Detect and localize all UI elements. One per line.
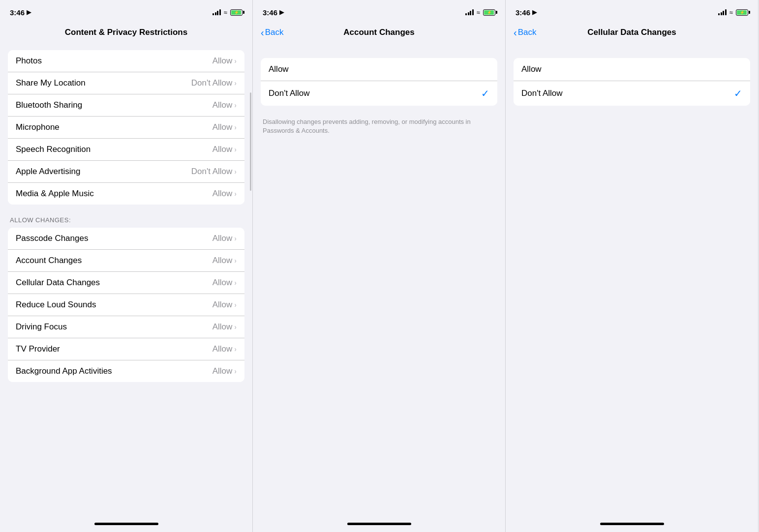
list-item-label: Photos [16, 56, 42, 66]
content-1[interactable]: Photos Allow › Share My Location Don't A… [0, 43, 252, 515]
chevron-icon: › [234, 79, 237, 87]
signal-bar-2 [721, 12, 722, 15]
selection-label: Allow [269, 64, 289, 74]
list-item-right: Allow › [213, 100, 237, 110]
screen-account-changes: 3:46 ▶ ≈ ⚡ ‹ Back Account Changes [253, 0, 506, 532]
signal-bar-1 [465, 13, 467, 15]
list-item-photos[interactable]: Photos Allow › [8, 50, 244, 72]
location-icon-2: ▶ [279, 9, 284, 16]
chevron-icon: › [234, 279, 237, 287]
chevron-icon: › [234, 367, 237, 375]
chevron-icon: › [234, 323, 237, 331]
signal-bar-1 [213, 13, 214, 15]
signal-bars-3 [718, 9, 727, 15]
list-item-label: Account Changes [16, 256, 82, 266]
chevron-icon: › [234, 168, 237, 176]
selection-label: Allow [521, 64, 542, 74]
list-item-right: Don't Allow › [191, 167, 237, 177]
time-label-1: 3:46 [10, 8, 25, 17]
list-item-label: Background App Activities [16, 366, 112, 376]
signal-bar-2 [215, 12, 216, 15]
list-item-speech[interactable]: Speech Recognition Allow › [8, 139, 244, 161]
list-item-cellular-data[interactable]: Cellular Data Changes Allow › [8, 272, 244, 294]
back-button-3[interactable]: ‹ Back [514, 28, 536, 37]
list-item-tv-provider[interactable]: TV Provider Allow › [8, 338, 244, 360]
status-time-3: 3:46 ▶ [516, 8, 537, 17]
list-item-label: Microphone [16, 122, 60, 132]
list-item-bluetooth[interactable]: Bluetooth Sharing Allow › [8, 94, 244, 117]
list-item-right: Allow › [213, 122, 237, 132]
list-item-share-location[interactable]: Share My Location Don't Allow › [8, 72, 244, 94]
signal-bar-4 [472, 9, 474, 15]
back-label-3: Back [518, 28, 537, 37]
list-group-allow-changes: Passcode Changes Allow › Account Changes… [8, 228, 244, 382]
selection-item-dont-allow-3[interactable]: Don't Allow ✓ [514, 81, 750, 106]
nav-bar-1: Content & Privacy Restrictions [0, 22, 252, 43]
list-item-bg-activities[interactable]: Background App Activities Allow › [8, 360, 244, 382]
chevron-icon: › [234, 123, 237, 131]
list-item-label: Passcode Changes [16, 234, 88, 243]
home-indicator-3 [506, 515, 758, 532]
battery-icon-1: ⚡ [230, 9, 243, 16]
list-item-microphone[interactable]: Microphone Allow › [8, 117, 244, 139]
signal-bars-2 [465, 9, 474, 15]
chevron-icon: › [234, 345, 237, 353]
signal-bar-4 [725, 9, 727, 15]
list-item-value: Don't Allow [191, 78, 233, 88]
selection-label: Don't Allow [521, 89, 563, 98]
back-button-2[interactable]: ‹ Back [261, 28, 283, 37]
list-item-loud-sounds[interactable]: Reduce Loud Sounds Allow › [8, 294, 244, 316]
list-item-value: Allow [213, 122, 233, 132]
signal-bar-4 [219, 9, 221, 15]
list-item-label: TV Provider [16, 344, 60, 354]
time-label-2: 3:46 [263, 8, 277, 17]
list-item-value: Allow [213, 234, 233, 243]
list-item-passcode[interactable]: Passcode Changes Allow › [8, 228, 244, 250]
list-item-advertising[interactable]: Apple Advertising Don't Allow › [8, 161, 244, 183]
selection-item-dont-allow-2[interactable]: Don't Allow ✓ [261, 81, 497, 106]
chevron-icon: › [234, 190, 237, 198]
selection-item-allow-2[interactable]: Allow [261, 58, 497, 81]
back-chevron-3: ‹ [514, 28, 517, 37]
signal-bar-3 [723, 11, 724, 15]
list-item-label: Media & Apple Music [16, 189, 94, 199]
battery-bolt-2: ⚡ [487, 10, 492, 15]
list-item-value: Don't Allow [191, 167, 233, 177]
list-item-value: Allow [213, 322, 233, 332]
screen-cellular-data: 3:46 ▶ ≈ ⚡ ‹ Back Cellular Data Changes [506, 0, 759, 532]
section-label-allow-changes: ALLOW CHANGES: [0, 212, 252, 226]
list-group-top: Photos Allow › Share My Location Don't A… [8, 50, 244, 205]
signal-bars-1 [213, 9, 221, 15]
home-bar-3 [600, 523, 664, 525]
list-item-right: Allow › [213, 145, 237, 154]
location-icon-1: ▶ [27, 9, 31, 16]
chevron-icon: › [234, 257, 237, 265]
signal-bar-3 [217, 11, 218, 15]
list-item-value: Allow [213, 100, 233, 110]
home-bar-1 [94, 523, 158, 525]
list-item-media[interactable]: Media & Apple Music Allow › [8, 183, 244, 205]
selection-item-allow-3[interactable]: Allow [514, 58, 750, 81]
chevron-icon: › [234, 101, 237, 109]
list-item-right: Allow › [213, 56, 237, 66]
list-item-value: Allow [213, 300, 233, 310]
list-item-label: Share My Location [16, 78, 86, 88]
status-bar-1: 3:46 ▶ ≈ ⚡ [0, 0, 252, 22]
list-item-driving-focus[interactable]: Driving Focus Allow › [8, 316, 244, 338]
back-chevron-2: ‹ [261, 28, 264, 37]
list-item-value: Allow [213, 189, 233, 199]
wifi-icon-2: ≈ [477, 9, 480, 16]
list-item-label: Bluetooth Sharing [16, 100, 82, 110]
battery-icon-3: ⚡ [736, 9, 748, 16]
battery-icon-2: ⚡ [483, 9, 495, 16]
list-item-right: Don't Allow › [191, 78, 237, 88]
list-item-label: Speech Recognition [16, 145, 91, 154]
chevron-icon: › [234, 235, 237, 242]
battery-bolt-1: ⚡ [234, 10, 239, 15]
nav-bar-3: ‹ Back Cellular Data Changes [506, 22, 758, 43]
status-time-1: 3:46 ▶ [10, 8, 31, 17]
time-label-3: 3:46 [516, 8, 530, 17]
list-item-account-changes[interactable]: Account Changes Allow › [8, 250, 244, 272]
list-item-value: Allow [213, 145, 233, 154]
status-bar-3: 3:46 ▶ ≈ ⚡ [506, 0, 758, 22]
